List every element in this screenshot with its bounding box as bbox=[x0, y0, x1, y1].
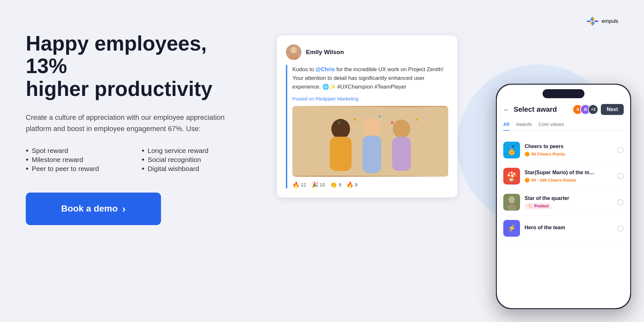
feature-milestone-reward: Milestone reward bbox=[26, 155, 129, 164]
award-name-mario: Star(Super Mario) of the month(Dec...) bbox=[525, 170, 595, 175]
award-radio-hero[interactable] bbox=[617, 225, 624, 232]
svg-point-11 bbox=[331, 119, 350, 139]
award-points-cheers: 🟠 50 Cheers Points bbox=[525, 152, 565, 156]
award-info-quarter: Star of the quarter 🏷️ Product bbox=[525, 195, 613, 209]
award-name-quarter: Star of the quarter bbox=[525, 195, 595, 201]
svg-point-15 bbox=[393, 119, 410, 138]
award-tag-product: 🏷️ Product bbox=[525, 203, 613, 209]
next-button[interactable]: Next bbox=[601, 104, 624, 115]
reaction-2: 🎉 10 bbox=[311, 181, 325, 188]
cta-label: Book a demo bbox=[61, 204, 118, 214]
svg-point-20 bbox=[338, 122, 340, 124]
award-radio-cheers[interactable] bbox=[617, 147, 624, 153]
award-name-hero: Hero of the team bbox=[525, 225, 595, 231]
page-headline: Happy employees, 13% higher productivity bbox=[26, 32, 245, 100]
award-info-mario: Star(Super Mario) of the month(Dec...) 🟠… bbox=[525, 170, 613, 183]
mention: @Chris bbox=[316, 66, 335, 72]
svg-point-21 bbox=[416, 118, 418, 121]
header-right: A B +3 Next bbox=[573, 104, 624, 115]
svg-point-19 bbox=[391, 121, 394, 124]
svg-point-17 bbox=[354, 118, 356, 121]
award-avatars: A B +3 bbox=[573, 104, 598, 115]
award-header-title: Select award bbox=[514, 105, 557, 114]
social-text: Kudos to @Chris for the incredible UX wo… bbox=[292, 65, 448, 91]
avatar bbox=[286, 44, 301, 60]
book-demo-button[interactable]: Book a demo › bbox=[26, 193, 161, 225]
award-avatar-count: +3 bbox=[588, 104, 598, 115]
award-img-mario: 🍄 bbox=[503, 168, 520, 185]
feature-peer-reward: Peer to peer to reward bbox=[26, 164, 129, 173]
award-item-hero[interactable]: ⚡ Hero of the team bbox=[503, 215, 624, 242]
left-content: Happy employees, 13% higher productivity… bbox=[26, 32, 245, 225]
tab-awards[interactable]: Awards bbox=[516, 121, 532, 130]
award-info-hero: Hero of the team bbox=[525, 225, 613, 232]
svg-point-24 bbox=[507, 204, 516, 211]
features-col1: Spot reward Milestone reward Peer to pee… bbox=[26, 146, 129, 173]
award-list: 🏅 Cheers to peers 🟠 50 Cheers Points bbox=[503, 137, 624, 242]
award-radio-quarter[interactable] bbox=[617, 199, 624, 205]
award-header-left: ← Select award bbox=[503, 105, 557, 114]
phone-mockup: ← Select award A B +3 Next All bbox=[496, 84, 631, 309]
cta-arrow: › bbox=[122, 203, 126, 215]
svg-point-23 bbox=[508, 196, 515, 203]
award-item-mario[interactable]: 🍄 Star(Super Mario) of the month(Dec...)… bbox=[503, 163, 624, 189]
award-name-cheers: Cheers to peers bbox=[525, 144, 595, 149]
award-img-cheers: 🏅 bbox=[503, 142, 520, 158]
award-img-hero: ⚡ bbox=[503, 220, 520, 237]
svg-rect-16 bbox=[392, 137, 411, 171]
award-header: ← Select award A B +3 Next bbox=[503, 104, 624, 115]
award-item-cheers[interactable]: 🏅 Cheers to peers 🟠 50 Cheers Points bbox=[503, 137, 624, 163]
feature-spot-reward: Spot reward bbox=[26, 146, 129, 155]
award-tabs: All Awards Core values bbox=[503, 121, 624, 131]
social-image bbox=[292, 106, 448, 177]
svg-point-7 bbox=[290, 47, 297, 53]
social-post-body: Kudos to @Chris for the incredible UX wo… bbox=[286, 65, 448, 188]
award-radio-mario[interactable] bbox=[617, 173, 624, 179]
award-item-quarter[interactable]: Star of the quarter 🏷️ Product bbox=[503, 189, 624, 215]
tab-core-values[interactable]: Core values bbox=[538, 121, 564, 130]
tab-all[interactable]: All bbox=[503, 121, 509, 131]
features-grid: Spot reward Milestone reward Peer to pee… bbox=[26, 146, 245, 173]
phone-notch bbox=[543, 89, 584, 98]
reaction-4: 🔥 9 bbox=[346, 181, 357, 188]
back-arrow-icon[interactable]: ← bbox=[503, 106, 510, 113]
reaction-bar: 🔥 12 🎉 10 👏 9 🔥 9 bbox=[292, 181, 448, 188]
award-img-quarter bbox=[503, 194, 520, 211]
feature-long-service: Long service reward bbox=[142, 146, 245, 155]
svg-point-13 bbox=[363, 118, 381, 137]
feature-digital-wishboard: Digital wishboard bbox=[142, 164, 245, 173]
posted-on: Posted on Piedpiper Marketing bbox=[292, 96, 448, 101]
phone-content: ← Select award A B +3 Next All bbox=[497, 85, 630, 308]
page-subtext: Create a culture of appreciation with ou… bbox=[26, 112, 245, 134]
reaction-3: 👏 9 bbox=[330, 181, 341, 188]
award-info-cheers: Cheers to peers 🟠 50 Cheers Points bbox=[525, 144, 613, 157]
reaction-1: 🔥 12 bbox=[292, 181, 306, 188]
feature-social-recognition: Social recognition bbox=[142, 155, 245, 164]
features-col2: Long service reward Social recognition D… bbox=[142, 146, 245, 173]
right-content: Emily Wilson Kudos to @Chris for the inc… bbox=[258, 0, 644, 322]
svg-point-18 bbox=[379, 115, 381, 117]
social-author-name: Emily Wilson bbox=[306, 49, 344, 56]
phone-screen: ← Select award A B +3 Next All bbox=[497, 85, 630, 308]
award-points-mario: 🟠 50 - 100 Cheers Points bbox=[525, 178, 576, 183]
social-card: Emily Wilson Kudos to @Chris for the inc… bbox=[277, 35, 457, 197]
social-card-header: Emily Wilson bbox=[286, 44, 448, 60]
svg-rect-12 bbox=[330, 137, 352, 171]
svg-rect-14 bbox=[363, 136, 381, 173]
